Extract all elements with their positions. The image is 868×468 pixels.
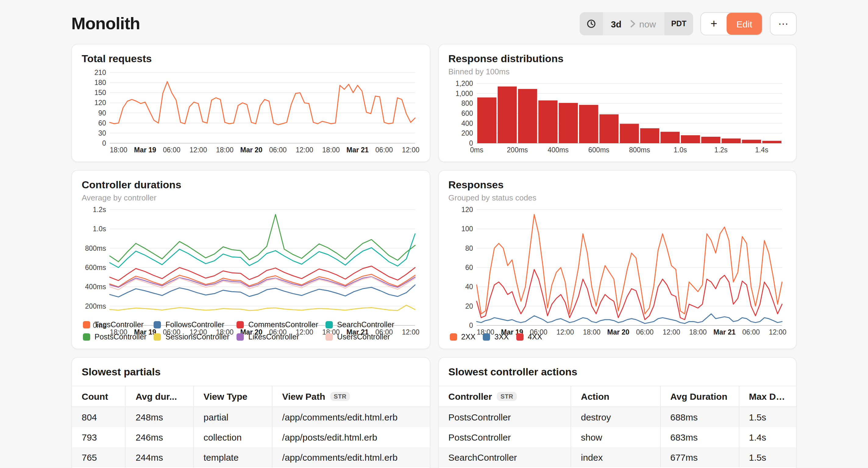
table-cell: 804 (72, 407, 126, 427)
svg-text:0ms: 0ms (470, 146, 483, 154)
ellipsis-icon: ⋯ (778, 18, 788, 30)
svg-text:Mar 19: Mar 19 (134, 146, 156, 154)
table-cell: 1.5s (739, 447, 796, 467)
svg-text:1.2s: 1.2s (714, 146, 727, 154)
legend-item-4xx[interactable]: 4XX (516, 333, 542, 341)
total-requests-svg: 030609012015018021018:00Mar 1906:0012:00… (82, 68, 420, 155)
table-cell: PostsController (439, 407, 571, 427)
table-cell: show (571, 427, 660, 447)
responses-svg: 02040608010012018:00Mar 1906:0012:0018:0… (448, 205, 786, 338)
legend-item-likescontroller[interactable]: LikesController (237, 333, 318, 341)
legend-label: FollowsController (165, 320, 224, 329)
legend-item-2xx[interactable]: 2XX (450, 333, 475, 341)
column-header-action[interactable]: Action (571, 386, 660, 407)
panel-title: Controller durations (82, 179, 420, 191)
legend-label: UsersController (337, 333, 390, 341)
legend-item-followscontroller[interactable]: FollowsController (154, 320, 229, 329)
dashboard-page: Monolith 3d now PDT + Edit (0, 0, 868, 468)
legend-item-postscontroller[interactable]: PostsController (83, 333, 147, 341)
svg-text:0: 0 (102, 139, 106, 147)
legend-item-commentscontroller[interactable]: CommentsController (237, 320, 318, 329)
svg-text:06:00: 06:00 (375, 146, 393, 154)
svg-text:200: 200 (461, 129, 473, 137)
legend-item-userscontroller[interactable]: UsersController (326, 333, 394, 341)
column-header-max-dur-[interactable]: Max Dur... (739, 386, 796, 407)
table-row[interactable]: 765244mstemplate/app/comments/edit.html.… (72, 447, 429, 467)
table-row[interactable]: PostsControllerdestroy688ms1.5s (439, 407, 796, 427)
svg-text:Mar 20: Mar 20 (240, 146, 262, 154)
legend-label: CommentsController (248, 320, 318, 329)
table-cell: SearchController (439, 447, 571, 467)
svg-text:20: 20 (465, 302, 473, 310)
legend-label: TagsController (94, 320, 144, 329)
column-header-avg-dur-[interactable]: Avg dur... (126, 386, 193, 407)
legend-swatch (326, 333, 333, 341)
column-header-view-path[interactable]: View PathSTR (272, 386, 429, 407)
type-badge: STR (330, 392, 350, 401)
table-header-row: CountAvg dur...View TypeView PathSTR (72, 386, 429, 407)
slowest-actions-table: ControllerSTRActionAvg DurationMax Dur..… (439, 386, 796, 467)
table-row[interactable]: SearchControllerindex677ms1.5s (439, 447, 796, 467)
response-distributions-chart[interactable]: 02004006008001,0001,2000ms200ms400ms600m… (448, 79, 786, 155)
column-header-controller[interactable]: ControllerSTR (439, 386, 571, 407)
panel-grid: Total requests 030609012015018021018:00M… (71, 44, 797, 468)
svg-text:06:00: 06:00 (163, 146, 181, 154)
table-cell: 688ms (660, 407, 739, 427)
svg-text:120: 120 (461, 206, 473, 214)
time-range-end[interactable]: now (639, 19, 664, 29)
timezone-badge[interactable]: PDT (664, 12, 693, 35)
legend-item-searchcontroller[interactable]: SearchController (326, 320, 394, 329)
legend-swatch (450, 333, 457, 341)
svg-text:800ms: 800ms (629, 146, 650, 154)
column-header-view-type[interactable]: View Type (193, 386, 272, 407)
series-CommentsController (110, 266, 415, 281)
table-header-row: ControllerSTRActionAvg DurationMax Dur..… (439, 386, 796, 407)
legend-label: SearchController (337, 320, 394, 329)
table-cell: /app/comments/edit.html.erb (272, 407, 429, 427)
svg-text:180: 180 (94, 79, 106, 87)
svg-text:120: 120 (94, 99, 106, 107)
legend-swatch (326, 321, 333, 329)
table-cell: 677ms (660, 447, 739, 467)
table-cell: 765 (72, 447, 126, 467)
legend-item-sessionscontroller[interactable]: SessionsController (154, 333, 229, 341)
panel-controller-durations: Controller durations Average by controll… (71, 170, 430, 349)
svg-text:12:00: 12:00 (190, 146, 207, 154)
responses-chart[interactable]: 02040608010012018:00Mar 1906:0012:0018:0… (448, 205, 786, 329)
top-bar: Monolith 3d now PDT + Edit (71, 12, 797, 35)
table-row[interactable]: 804248mspartial/app/comments/edit.html.e… (72, 407, 429, 427)
svg-text:1,000: 1,000 (455, 90, 473, 97)
clock-icon[interactable] (580, 12, 603, 35)
page-title: Monolith (71, 14, 140, 33)
series-3XX (476, 314, 782, 323)
legend-label: 4XX (528, 333, 542, 341)
column-header-count[interactable]: Count (72, 386, 126, 407)
time-range-picker[interactable]: 3d now PDT (580, 12, 693, 35)
svg-text:1.4s: 1.4s (755, 146, 768, 154)
legend-swatch (83, 321, 90, 329)
svg-text:06:00: 06:00 (269, 146, 287, 154)
controller-durations-chart[interactable]: 0ms200ms400ms600ms800ms1.0s1.2s18:00Mar … (82, 205, 420, 317)
table-cell: partial (193, 407, 272, 427)
svg-text:210: 210 (94, 68, 106, 76)
chevron-right-icon (629, 20, 639, 28)
series-4XX (476, 269, 782, 320)
svg-text:1.0s: 1.0s (93, 225, 106, 233)
total-requests-chart[interactable]: 030609012015018021018:00Mar 1906:0012:00… (82, 68, 420, 155)
panel-slowest-partials: Slowest partials CountAvg dur...View Typ… (71, 357, 430, 468)
svg-text:600ms: 600ms (588, 146, 609, 154)
svg-text:800ms: 800ms (85, 244, 106, 252)
legend-item-tagscontroller[interactable]: TagsController (83, 320, 147, 329)
edit-button[interactable]: Edit (726, 13, 762, 35)
legend-item-3xx[interactable]: 3XX (483, 333, 509, 341)
response-distributions-svg: 02004006008001,0001,2000ms200ms400ms600m… (448, 79, 786, 155)
legend-swatch (83, 333, 90, 341)
svg-text:18:00: 18:00 (322, 146, 340, 154)
column-header-avg-duration[interactable]: Avg Duration (660, 386, 739, 407)
table-row[interactable]: PostsControllershow683ms1.4s (439, 427, 796, 447)
add-panel-button[interactable]: + (701, 13, 726, 35)
more-options-button[interactable]: ⋯ (770, 12, 797, 35)
type-badge: STR (497, 392, 517, 401)
time-range-value[interactable]: 3d (603, 19, 629, 29)
table-row[interactable]: 793246mscollection/app/posts/edit.html.e… (72, 427, 429, 447)
